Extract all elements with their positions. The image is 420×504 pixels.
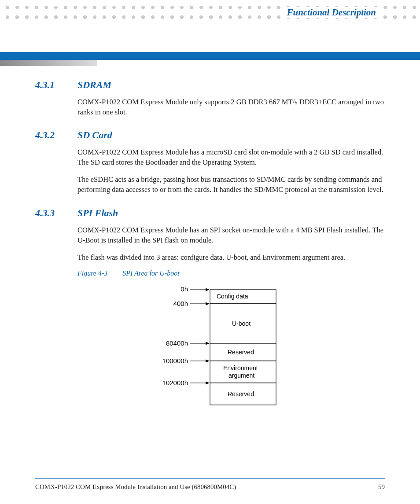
spi-memory-map-diagram: Config data U-boot Reserved Environment …	[131, 285, 289, 417]
mem-region: Environment	[223, 364, 258, 372]
header-gradient-bar	[0, 60, 97, 66]
mem-region: Reserved	[228, 390, 254, 397]
mem-address: 0h	[181, 285, 188, 293]
section-sdcard: 4.3.2 SD Card COMX-P1022 COM Express Mod…	[35, 129, 385, 195]
section-spiflash: 4.3.3 SPI Flash COMX-P1022 COM Express M…	[35, 207, 385, 417]
paragraph: COMX-P1022 COM Express Module has an SPI…	[77, 225, 385, 245]
section-title: SDRAM	[77, 79, 111, 91]
section-number: 4.3.1	[35, 79, 60, 91]
section-heading: 4.3.1 SDRAM	[35, 79, 385, 91]
section-number: 4.3.3	[35, 207, 60, 219]
section-sdram: 4.3.1 SDRAM COMX-P1022 COM Express Modul…	[35, 79, 385, 117]
page-footer: COMX-P1022 COM Express Module Installati…	[35, 478, 385, 491]
chapter-title: Functional Description	[283, 7, 380, 18]
mem-region: U-boot	[232, 320, 251, 327]
paragraph: COMX-P1022 COM Express Module has a micr…	[77, 147, 385, 167]
footer-doc-title: COMX-P1022 COM Express Module Installati…	[35, 483, 236, 491]
section-number: 4.3.2	[35, 129, 60, 141]
figure-title: SPI Area for U-boot	[122, 269, 179, 277]
page-content: 4.3.1 SDRAM COMX-P1022 COM Express Modul…	[35, 79, 385, 430]
paragraph: COMX-P1022 COM Express Module only suppo…	[77, 97, 385, 117]
mem-address: 80400h	[166, 339, 188, 347]
mem-address: 400h	[173, 300, 188, 307]
paragraph: The flash was divided into 3 areas: conf…	[77, 252, 385, 262]
footer-page-number: 59	[378, 483, 385, 491]
mem-region: argument	[228, 372, 254, 379]
mem-region: Config data	[217, 293, 248, 300]
section-heading: 4.3.3 SPI Flash	[35, 207, 385, 219]
figure-number: Figure 4-3	[77, 269, 107, 277]
section-title: SPI Flash	[77, 207, 118, 219]
mem-address: 102000h	[162, 379, 188, 386]
mem-region: Reserved	[228, 349, 254, 356]
header-blue-bar	[0, 52, 420, 60]
section-title: SD Card	[77, 129, 112, 141]
section-heading: 4.3.2 SD Card	[35, 129, 385, 141]
paragraph: The eSDHC acts as a bridge, passing host…	[77, 174, 385, 195]
mem-address: 100000h	[162, 357, 188, 364]
figure-caption: Figure 4-3 SPI Area for U-boot	[77, 269, 385, 277]
